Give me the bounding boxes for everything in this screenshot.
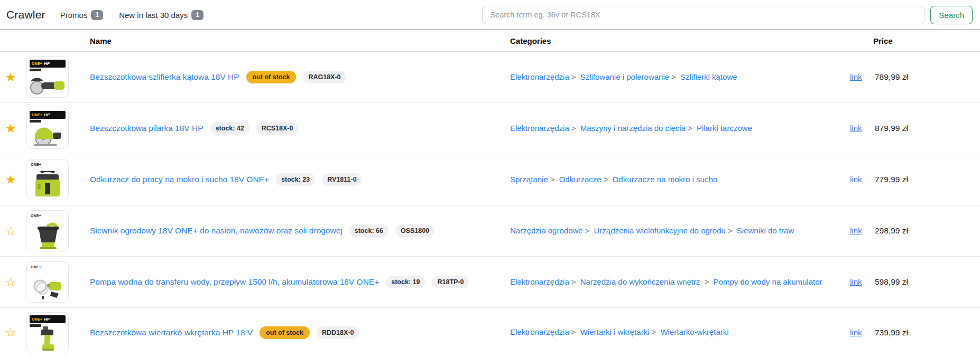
brand-one-label: ONE+	[32, 317, 42, 321]
sku-badge: OSS1800	[395, 224, 434, 237]
nav-item-new-in-30-days[interactable]: New in last 30 days 1	[119, 10, 204, 20]
external-product-link[interactable]: link	[850, 328, 862, 337]
product-name-link[interactable]: Odkurzacz do pracy na mokro i sucho 18V …	[90, 175, 269, 184]
category-link[interactable]: Elektronarzędzia	[510, 277, 569, 286]
availability-badge: out of stock	[246, 71, 297, 83]
category-link[interactable]: Pompy do wody na akumulator	[714, 277, 822, 286]
column-header-categories: Categories	[510, 36, 846, 45]
nav-promos-label: Promos	[60, 11, 88, 20]
drill-driver-photo	[35, 326, 60, 352]
brand-one-label: ONE+	[32, 62, 42, 65]
app-title: Crawler	[6, 8, 45, 21]
product-thumbnail: ONE+ HP	[26, 108, 69, 149]
product-thumbnail: ONE+	[26, 159, 69, 200]
favorite-star-icon[interactable]: ☆	[0, 276, 21, 288]
product-thumbnail: ONE+	[26, 261, 69, 303]
nav-item-promos[interactable]: Promos 1	[60, 10, 103, 20]
angle-grinder-photo	[30, 74, 66, 96]
seed-spreader-photo	[31, 221, 64, 250]
price-value: 739,99 zł	[873, 328, 980, 337]
category-link[interactable]: Elektronarzędzia	[510, 124, 569, 133]
product-name-link[interactable]: Bezszczotkowa pilarka 18V HP	[90, 124, 204, 133]
price-value: 598,99 zł	[873, 277, 980, 287]
table-row: ☆ ONE+ HP Bezszczotkowa wiertarko-wkręta…	[0, 308, 980, 357]
product-name-link[interactable]: Pompa wodna do transferu wody, przepływ …	[90, 277, 379, 287]
sku-badge: R18TP-0	[432, 276, 469, 288]
breadcrumb-separator: >	[650, 327, 659, 336]
category-link[interactable]: Wiertarki i wkrętarki	[580, 327, 650, 336]
product-name-link[interactable]: Bezszczotkowa szlifierka kątowa 18V HP	[90, 72, 239, 82]
category-link[interactable]: Maszyny i narzędzia do cięcia	[580, 124, 686, 133]
favorite-star-icon[interactable]: ☆	[0, 225, 21, 237]
category-link[interactable]: Szlifowanie i polerowanie	[580, 72, 669, 81]
category-link[interactable]: Odkurzacze na mokro i sucho	[613, 175, 717, 184]
brand-one-label: ONE+	[31, 163, 41, 166]
category-breadcrumb: Sprzątanie> Odkurzacze> Odkurzacze na mo…	[510, 173, 846, 186]
category-link[interactable]: Urządzenia wielofunkcyjne do ogrodu	[594, 226, 726, 235]
brand-one-label: ONE+	[31, 214, 41, 218]
promos-count-badge: 1	[91, 10, 103, 20]
category-link[interactable]: Narzędzia do wykończenia wnętrz	[580, 277, 700, 286]
category-link[interactable]: Wiertarko-wkrętarki	[660, 327, 728, 336]
brand-series-label: HP	[44, 61, 50, 66]
external-product-link[interactable]: link	[850, 124, 862, 133]
external-product-link[interactable]: link	[850, 226, 862, 235]
product-thumbnail: ONE+ HP	[26, 57, 69, 98]
availability-badge: out of stock	[260, 326, 310, 339]
category-link[interactable]: Odkurzacze	[559, 175, 602, 184]
breadcrumb-separator: >	[569, 124, 578, 133]
sku-badge: RCS18X-0	[256, 122, 299, 135]
favorite-star-icon[interactable]: ★	[0, 123, 21, 135]
category-breadcrumb: Elektronarzędzia> Szlifowanie i polerowa…	[510, 70, 846, 84]
brand-one-label: ONE+	[32, 113, 42, 117]
product-name-link[interactable]: Bezszczotkowa wiertarko-wkrętarka HP 18 …	[90, 328, 253, 337]
package-brand-band: ONE+ HP	[30, 60, 66, 68]
category-link[interactable]: Szlifierki kątowe	[680, 72, 737, 81]
search-input[interactable]	[482, 6, 925, 24]
price-value: 879,99 zł	[873, 124, 980, 133]
favorite-star-icon[interactable]: ★	[0, 71, 21, 83]
breadcrumb-separator: >	[669, 72, 678, 81]
stock-badge: stock: 23	[276, 173, 315, 186]
table-row: ★ ONE+ HP Bezszczotkowa szlifierka kątow…	[0, 52, 980, 103]
price-value: 779,99 zł	[873, 175, 980, 184]
external-product-link[interactable]: link	[850, 277, 862, 286]
package-brand-band: ONE+ HP	[30, 111, 66, 119]
table-row: ★ ONE+ HP Bezszczotkowa pilarka 18V HP s…	[0, 103, 980, 154]
category-link[interactable]: Sprzątanie	[510, 175, 548, 184]
sku-badge: RDD18X-0	[317, 326, 359, 339]
category-breadcrumb: Narzędzia ogrodowe> Urządzenia wielofunk…	[510, 224, 846, 238]
search-button[interactable]: Search	[930, 6, 973, 24]
wet-dry-vacuum-photo	[31, 171, 64, 199]
stock-badge: stock: 42	[210, 122, 249, 135]
package-brand-band: ONE+ HP	[30, 315, 66, 323]
category-breadcrumb: Elektronarzędzia> Narzędzia do wykończen…	[510, 275, 846, 289]
category-link[interactable]: Narzędzia ogrodowe	[510, 226, 583, 235]
breadcrumb-separator: >	[569, 277, 578, 286]
external-product-link[interactable]: link	[850, 175, 862, 184]
product-thumbnail: ONE+ HP	[26, 312, 69, 353]
product-table: ★ ONE+ HP Bezszczotkowa szlifierka kątow…	[0, 52, 980, 357]
breadcrumb-separator: >	[702, 277, 711, 286]
water-pump-photo	[31, 276, 64, 301]
breadcrumb-separator: >	[569, 72, 578, 81]
favorite-star-icon[interactable]: ☆	[0, 326, 21, 339]
category-link[interactable]: Elektronarzędzia	[510, 327, 569, 336]
price-value: 298,99 zł	[873, 226, 980, 236]
category-breadcrumb: Elektronarzędzia> Wiertarki i wkrętarki>…	[510, 325, 846, 339]
breadcrumb-separator: >	[548, 175, 557, 184]
breadcrumb-separator: >	[686, 124, 695, 133]
column-header-name: Name	[90, 36, 510, 45]
column-header-price: Price	[873, 36, 980, 45]
sku-badge: RV1811-0	[322, 173, 362, 186]
category-link[interactable]: Pilarki tarczowe	[697, 124, 752, 133]
product-name-link[interactable]: Siewnik ogrodowy 18V ONE+ do nasion, naw…	[90, 226, 343, 236]
category-link[interactable]: Elektronarzędzia	[510, 72, 569, 81]
top-bar: Crawler Promos 1 New in last 30 days 1 S…	[0, 0, 980, 30]
favorite-star-icon[interactable]: ★	[0, 174, 21, 186]
breadcrumb-separator: >	[602, 175, 611, 184]
external-product-link[interactable]: link	[850, 72, 862, 81]
circular-saw-photo	[30, 124, 66, 147]
category-link[interactable]: Siewniki do traw	[737, 226, 794, 235]
brand-series-label: HP	[44, 112, 50, 117]
